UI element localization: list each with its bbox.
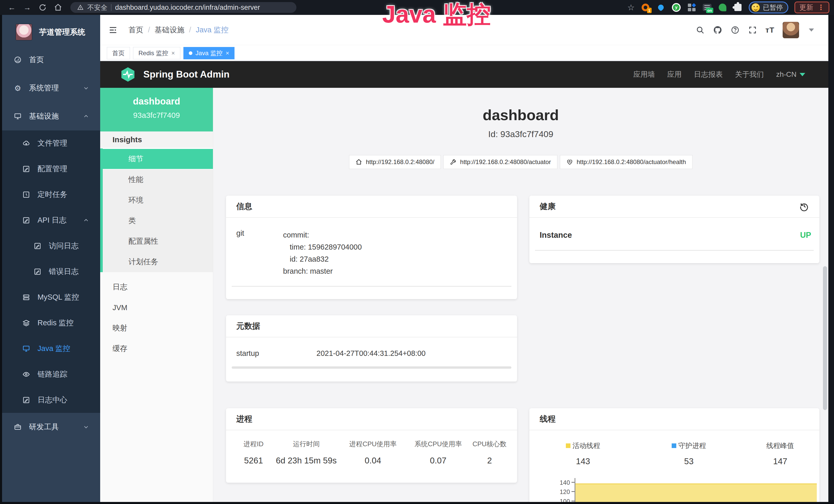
sba-item-metrics[interactable]: 性能 [103,169,213,190]
sba-insights-group: 细节 性能 环境 类 配置属性 计划任务 [100,148,213,272]
close-icon[interactable]: × [225,49,229,57]
sidebar-item-file-management[interactable]: 文件管理 [2,131,100,156]
process-col-uptime: 运行时间 [274,439,338,449]
extension-pin-icon[interactable] [656,3,665,12]
health-card: 健康 Instance UP [529,196,819,263]
extension-badge-count: 1 [647,8,652,13]
sba-nav-wallboard[interactable]: 应用墙 [633,70,655,79]
tab-redis-monitor[interactable]: Redis 监控 × [133,47,180,59]
browser-reload-button[interactable] [37,2,48,13]
fullscreen-icon[interactable] [748,25,757,35]
chevron-down-icon [83,85,89,91]
health-url-button[interactable]: http://192.168.0.2:48080/actuator/health [560,155,693,169]
sba-nav-about[interactable]: 关于我们 [735,70,764,79]
process-col-cores: CPU核心数 [469,439,510,449]
close-icon[interactable]: × [171,49,175,57]
sba-nav-applications[interactable]: 应用 [667,70,682,79]
browser-menu-kebab-icon[interactable]: ⋮ [817,4,825,11]
metadata-horizontal-scrollbar[interactable] [232,366,511,369]
breadcrumb-infra[interactable]: 基础设施 [155,25,184,35]
profile-emoji-avatar [751,3,760,12]
browser-update-button[interactable]: 更新 ⋮ [794,2,829,13]
tab-java-monitor[interactable]: Java 监控 × [183,47,235,59]
github-icon[interactable] [713,25,722,35]
history-icon[interactable] [799,202,809,211]
extension-list-icon[interactable]: on [702,3,712,12]
legend-value-peak: 147 [773,457,787,466]
sidebar-item-infra[interactable]: 基础设施 [2,102,100,131]
sidebar-item-scheduled-jobs[interactable]: 定时任务 [2,182,100,207]
extensions-puzzle-icon[interactable] [733,3,743,12]
browser-forward-button[interactable]: → [22,2,33,13]
sidebar-item-home[interactable]: 首页 [2,46,100,74]
extension-green-icon[interactable] [718,3,727,12]
sba-item-classes[interactable]: 类 [103,210,213,231]
sba-item-details[interactable]: 细节 [103,148,213,169]
sidebar-item-error-log[interactable]: 错误日志 [2,259,100,284]
browser-back-button[interactable]: ← [6,2,18,13]
sidebar-item-redis-monitor[interactable]: Redis 监控 [2,310,100,336]
sba-item-config-props[interactable]: 配置属性 [103,231,213,252]
update-button-label: 更新 [799,3,813,12]
extension-orange-icon[interactable]: 1 [641,3,650,12]
sba-item-environment[interactable]: 环境 [103,190,213,210]
hamburger-icon[interactable] [108,26,118,35]
sidebar-item-config-management[interactable]: 配置管理 [2,156,100,182]
dashboard-icon [14,56,22,64]
user-avatar[interactable] [783,22,799,38]
process-card: 进程 进程ID 运行时间 进程CPU使用率 系统CPU使用率 CPU核心数 [226,408,517,483]
header-action-icons: ᴛT [696,22,814,38]
sba-item-mappings[interactable]: 映射 [100,318,213,338]
page-scrollbar-thumb[interactable] [823,266,827,410]
address-bar[interactable]: 不安全 dashboard.yudao.iocoder.cn/infra/adm… [70,2,297,13]
sba-item-scheduled-tasks[interactable]: 计划任务 [103,252,213,272]
window-right-edge-scrollbar[interactable] [828,15,834,504]
sba-item-logs[interactable]: 日志 [100,277,213,297]
info-git-row: git commit: time: 1596289704000 id: 27aa… [232,218,511,287]
monitor-icon [14,112,22,120]
sba-brand-title[interactable]: Spring Boot Admin [143,69,229,80]
sidebar-item-api-log[interactable]: API 日志 [2,207,100,233]
actuator-url-button[interactable]: http://192.168.0.2:48080/actuator [443,155,557,169]
sidebar-item-system[interactable]: ⚙ 系统管理 [2,74,100,102]
sidebar-item-mysql-monitor[interactable]: MySQL 监控 [2,284,100,310]
security-chip-label[interactable]: 不安全 [87,3,107,12]
tab-home[interactable]: 首页 [107,47,130,59]
y-tick-120: 120 [554,488,570,496]
sba-instance-header[interactable]: dashboard 93a3fc7f7409 [100,88,213,132]
sidebar-item-access-log[interactable]: 访问日志 [2,233,100,259]
sidebar-item-dev-tools[interactable]: 研发工具 [2,413,100,441]
sba-nav-journal[interactable]: 日志报表 [694,70,723,79]
service-url-button[interactable]: http://192.168.0.2:48080/ [349,155,441,169]
sba-item-jvm[interactable]: JVM [100,297,213,318]
help-icon[interactable] [730,25,740,35]
sidebar-item-java-monitor[interactable]: Java 监控 [2,336,100,362]
font-size-icon[interactable]: ᴛT [765,26,774,35]
extension-y-icon[interactable]: y [672,3,681,12]
legend-swatch-live [566,443,570,448]
extension-grid-icon[interactable] [687,3,696,12]
chevron-down-icon [799,73,805,76]
bookmark-star-icon[interactable]: ☆ [627,3,635,12]
app-logo-row[interactable]: 芋道管理系统 [2,15,100,46]
process-col-sys-cpu: 系统CPU使用率 [408,439,469,449]
sba-item-caches[interactable]: 缓存 [100,338,213,359]
process-value-sys-cpu: 0.07 [408,456,469,465]
edit-square-icon [34,268,42,276]
browser-home-button[interactable] [52,2,64,13]
edit-square-icon [22,396,30,404]
breadcrumb-current: Java 监控 [196,25,228,35]
sba-main-content: dashboard Id: 93a3fc7f7409 http://192.16… [213,88,828,504]
search-icon[interactable] [696,25,705,35]
breadcrumb-home[interactable]: 首页 [128,25,143,35]
avatar-caret-down-icon[interactable] [809,28,814,31]
sidebar-item-tracing[interactable]: 链路追踪 [2,362,100,387]
info-card-title: 信息 [226,196,517,218]
url-text[interactable]: dashboard.yudao.iocoder.cn/infra/admin-s… [115,4,260,12]
locale-selector[interactable]: zh-CN [776,70,805,78]
edit-square-icon [22,216,30,224]
sidebar-item-log-center[interactable]: 日志中心 [2,387,100,413]
browser-profile-chip[interactable]: 已暂停 [749,2,788,13]
spring-boot-admin-logo-icon[interactable] [120,66,136,83]
screenshot-annotation-text: Java 监控 [382,1,491,27]
